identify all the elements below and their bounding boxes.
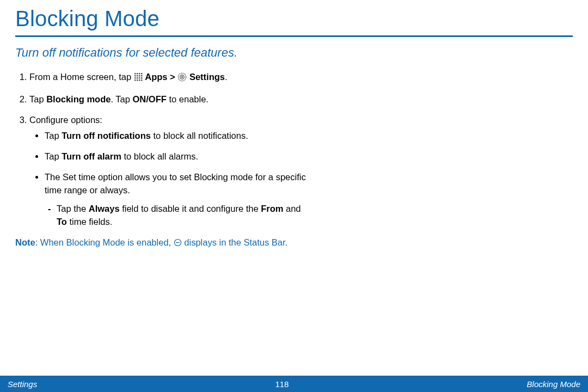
svg-rect-10	[139, 77, 140, 79]
footer-page-number: 118	[275, 379, 289, 389]
step-3: Configure options: Tap Turn off notifica…	[29, 114, 309, 229]
note-t1: : When Blocking Mode is enabled,	[35, 237, 174, 247]
svg-rect-9	[137, 77, 138, 79]
s2a: Tap	[29, 94, 46, 104]
bullet-2: Tap Turn off alarm to block all alarms.	[45, 150, 309, 163]
s2e: to enable.	[167, 94, 209, 104]
note-label: Note	[15, 237, 35, 247]
svg-rect-8	[134, 77, 136, 79]
step-1-text-a: From a Home screen, tap	[29, 72, 134, 82]
s2c: . Tap	[111, 94, 132, 104]
svg-rect-12	[134, 79, 136, 81]
step-1: From a Home screen, tap Apps >	[29, 71, 309, 85]
svg-rect-6	[139, 75, 140, 77]
bullet-3: The Set time option allows you to set Bl…	[45, 171, 309, 229]
manual-page: Blocking Mode Turn off notifications for…	[0, 0, 588, 392]
page-footer: Settings 118 Blocking Mode	[0, 376, 588, 392]
intro-text: Turn off notifications for selected feat…	[15, 45, 298, 61]
dash-1: Tap the Always field to disable it and c…	[57, 203, 309, 229]
d1f: To	[57, 217, 67, 226]
b1a: Tap	[45, 131, 62, 140]
step-1-dot: .	[225, 72, 228, 82]
note-t2: displays in the Status Bar.	[184, 237, 287, 247]
d1b: Always	[89, 204, 120, 213]
d1d: From	[261, 204, 283, 213]
blocking-mode-icon	[174, 237, 182, 250]
page-title: Blocking Mode	[15, 7, 573, 34]
b3a: The Set time option allows you to set Bl…	[45, 172, 306, 195]
footer-right: Blocking Mode	[527, 379, 580, 389]
b2c: to block all alarms.	[121, 151, 198, 161]
svg-rect-11	[141, 77, 143, 79]
s3-intro: Configure options:	[29, 115, 102, 125]
d1a: Tap the	[57, 204, 89, 213]
svg-rect-14	[139, 79, 140, 81]
svg-rect-15	[141, 79, 143, 81]
apps-label: Apps	[145, 72, 167, 82]
svg-rect-4	[134, 75, 136, 77]
svg-rect-1	[137, 73, 138, 75]
dash-list: Tap the Always field to disable it and c…	[45, 203, 309, 229]
gt-separator: >	[170, 72, 177, 82]
steps-list: From a Home screen, tap Apps >	[15, 71, 309, 229]
step-2: Tap Blocking mode. Tap ON/OFF to enable.	[29, 93, 309, 106]
step-3-bullets: Tap Turn off notifications to block all …	[29, 130, 309, 229]
svg-rect-5	[137, 75, 138, 77]
b1b: Turn off notifications	[62, 131, 151, 140]
settings-label: Settings	[189, 72, 225, 82]
footer-left: Settings	[8, 379, 37, 389]
svg-rect-0	[134, 73, 136, 75]
b2b: Turn off alarm	[62, 151, 121, 161]
d1g: time fields.	[67, 217, 112, 226]
b1c: to block all notifications.	[151, 131, 248, 140]
bullet-1: Tap Turn off notifications to block all …	[45, 130, 309, 143]
svg-rect-7	[141, 75, 143, 77]
s2d: ON/OFF	[133, 94, 167, 104]
d1e: and	[283, 204, 301, 213]
title-rule	[15, 35, 573, 37]
s2b: Blocking mode	[46, 94, 111, 104]
note-block: Note: When Blocking Mode is enabled, dis…	[15, 236, 298, 250]
svg-point-18	[181, 76, 183, 78]
d1c: field to disable it and configure the	[120, 204, 261, 213]
settings-gear-icon	[177, 72, 187, 85]
svg-rect-13	[137, 79, 138, 81]
svg-rect-3	[141, 73, 143, 75]
b2a: Tap	[45, 151, 62, 161]
svg-rect-2	[139, 73, 140, 75]
apps-grid-icon	[134, 72, 143, 85]
body-content: From a Home screen, tap Apps >	[15, 71, 309, 250]
